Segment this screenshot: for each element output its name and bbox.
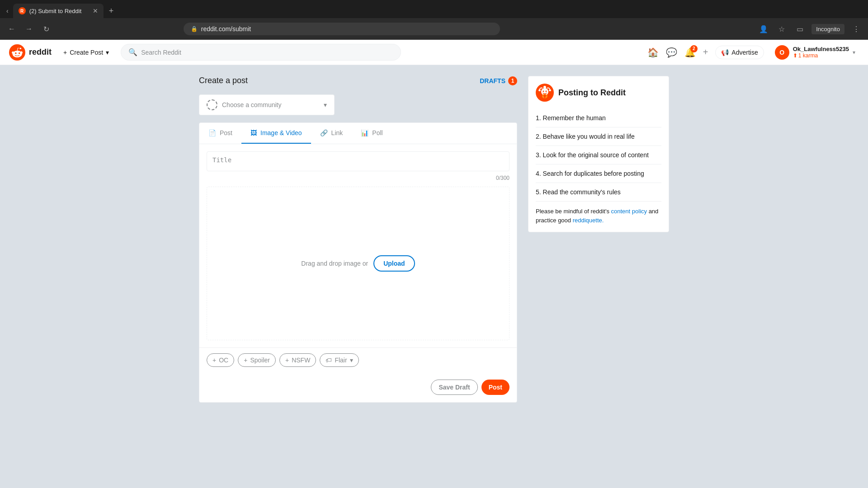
notification-badge: 2 [690, 45, 698, 52]
spoiler-plus-icon: + [244, 357, 247, 364]
incognito-label: Incognito [816, 26, 840, 33]
more-options-icon[interactable]: ⋮ [850, 23, 863, 35]
main-content: Create a post DRAFTS 1 Choose a communit… [163, 65, 705, 413]
reddit-snoo-logo [9, 44, 25, 61]
browser-nav: ← → ↻ 🔒 reddit.com/submit 👤 ☆ ▭ Incognit… [0, 18, 868, 40]
user-section[interactable]: O Ok_Lawfulness5235 ⬆ 1 karma ▾ [771, 43, 859, 61]
tab-poll[interactable]: 📊 Poll [352, 123, 392, 144]
create-post-button[interactable]: + Create Post ▾ [59, 46, 113, 59]
poll-tab-icon: 📊 [361, 129, 368, 136]
flair-icon: 🏷 [326, 357, 332, 364]
nsfw-label: NSFW [292, 357, 310, 364]
content-area: Create a post DRAFTS 1 Choose a communit… [199, 76, 517, 403]
star-icon[interactable]: ☆ [775, 23, 788, 35]
title-input[interactable] [207, 151, 509, 171]
flair-tag[interactable]: 🏷 Flair ▾ [320, 353, 359, 367]
community-icon [207, 99, 217, 110]
svg-point-3 [543, 91, 544, 92]
reddiquette-link[interactable]: reddiquette. [573, 217, 604, 224]
search-icon: 🔍 [128, 48, 137, 56]
submit-button[interactable]: Post [481, 380, 509, 395]
spoiler-label: Spoiler [250, 357, 270, 364]
browser-chrome: ‹ R (2) Submit to Reddit ✕ + ← → ↻ 🔒 red… [0, 0, 868, 40]
oc-tag[interactable]: + OC [207, 353, 234, 367]
rule-1-text: 1. Remember the human [536, 114, 606, 122]
karma-icon: ⬆ [793, 52, 797, 59]
megaphone-icon: 📢 [721, 49, 729, 56]
rule-item-3: 3. Look for the original source of conte… [536, 146, 661, 164]
reddit-header: reddit + Create Post ▾ 🔍 🏠 💬 🔔 2 + 📢 Adv… [0, 40, 868, 65]
rule-item-1: 1. Remember the human [536, 109, 661, 127]
close-tab-button[interactable]: ✕ [93, 8, 98, 14]
profile-icon[interactable]: 👤 [757, 23, 770, 35]
address-bar[interactable]: 🔒 reddit.com/submit [184, 23, 500, 35]
search-input[interactable] [141, 49, 393, 56]
svg-point-7 [549, 89, 551, 91]
tab-link[interactable]: 🔗 Link [311, 123, 352, 144]
community-text: Choose a community [222, 101, 319, 108]
page-title: Create a post [199, 76, 248, 85]
spoiler-tag[interactable]: + Spoiler [238, 353, 276, 367]
flair-label: Flair [335, 357, 347, 364]
posting-rules-card: Posting to Reddit 1. Remember the human … [528, 76, 669, 232]
chevron-down-icon: ▾ [106, 49, 109, 56]
user-avatar: O [775, 45, 789, 60]
karma-text: 1 karma [798, 52, 818, 59]
add-icon[interactable]: + [703, 47, 708, 57]
flair-chevron-icon: ▾ [350, 357, 353, 364]
forward-button[interactable]: → [23, 23, 35, 35]
tab-title: (2) Submit to Reddit [29, 8, 89, 14]
active-tab[interactable]: R (2) Submit to Reddit ✕ [13, 4, 104, 18]
upload-area: Drag and drop image or Upload [207, 187, 509, 340]
oc-label: OC [219, 357, 228, 364]
sidebar-icon[interactable]: ▭ [793, 23, 806, 35]
search-bar[interactable]: 🔍 [121, 44, 401, 61]
rule-3-text: 3. Look for the original source of conte… [536, 151, 649, 159]
rule-5-text: 5. Read the community's rules [536, 188, 621, 196]
back-button[interactable]: ← [5, 23, 18, 35]
create-post-label: Create Post [70, 49, 103, 56]
rule-item-5: 5. Read the community's rules [536, 183, 661, 202]
rules-mascot-icon [536, 84, 554, 102]
url-text: reddit.com/submit [201, 25, 251, 33]
rules-header: Posting to Reddit [536, 84, 661, 102]
popular-icon[interactable]: 🏠 [647, 47, 659, 58]
rule-2-text: 2. Behave like you would in real life [536, 133, 635, 140]
mindful-prefix: Please be mindful of reddit's [536, 208, 611, 215]
advertise-label: Advertise [731, 49, 758, 56]
poll-tab-label: Poll [372, 129, 382, 136]
oc-plus-icon: + [212, 357, 216, 364]
content-policy-link[interactable]: content policy [611, 208, 647, 215]
advertise-button[interactable]: 📢 Advertise [715, 46, 764, 59]
tab-image-video[interactable]: 🖼 Image & Video [241, 123, 311, 144]
tab-scroll-left[interactable]: ‹ [4, 7, 11, 14]
new-tab-button[interactable]: + [105, 6, 118, 16]
post-tab-icon: 📄 [208, 129, 216, 136]
user-chevron-icon: ▾ [853, 49, 855, 56]
link-tab-label: Link [331, 129, 343, 136]
post-form: 📄 Post 🖼 Image & Video 🔗 Link 📊 Poll [199, 122, 517, 403]
tab-post[interactable]: 📄 Post [199, 123, 241, 144]
save-draft-button[interactable]: Save Draft [431, 380, 477, 395]
nsfw-tag[interactable]: + NSFW [279, 353, 316, 367]
reddit-logo[interactable]: reddit [9, 44, 52, 61]
post-tabs: 📄 Post 🖼 Image & Video 🔗 Link 📊 Poll [199, 123, 517, 144]
notification-icon[interactable]: 🔔 2 [684, 47, 696, 58]
svg-point-6 [538, 89, 541, 91]
upload-button[interactable]: Upload [373, 255, 415, 272]
community-selector[interactable]: Choose a community ▾ [199, 94, 335, 115]
rules-title: Posting to Reddit [558, 88, 626, 98]
incognito-indicator: Incognito [811, 24, 844, 34]
page-header: Create a post DRAFTS 1 [199, 76, 517, 85]
submit-area: Save Draft Post [199, 380, 517, 402]
rule-4-text: 4. Search for duplicates before posting [536, 170, 644, 177]
drafts-button[interactable]: DRAFTS 1 [480, 76, 517, 85]
post-footer: + OC + Spoiler + NSFW 🏷 Flair ▾ [199, 347, 517, 372]
chat-icon[interactable]: 💬 [666, 47, 677, 58]
image-tab-icon: 🖼 [250, 129, 257, 136]
drafts-label: DRAFTS [480, 77, 505, 84]
post-tab-label: Post [220, 129, 232, 136]
tab-favicon: R [19, 7, 26, 14]
plus-icon: + [63, 49, 67, 56]
refresh-button[interactable]: ↻ [40, 23, 52, 35]
